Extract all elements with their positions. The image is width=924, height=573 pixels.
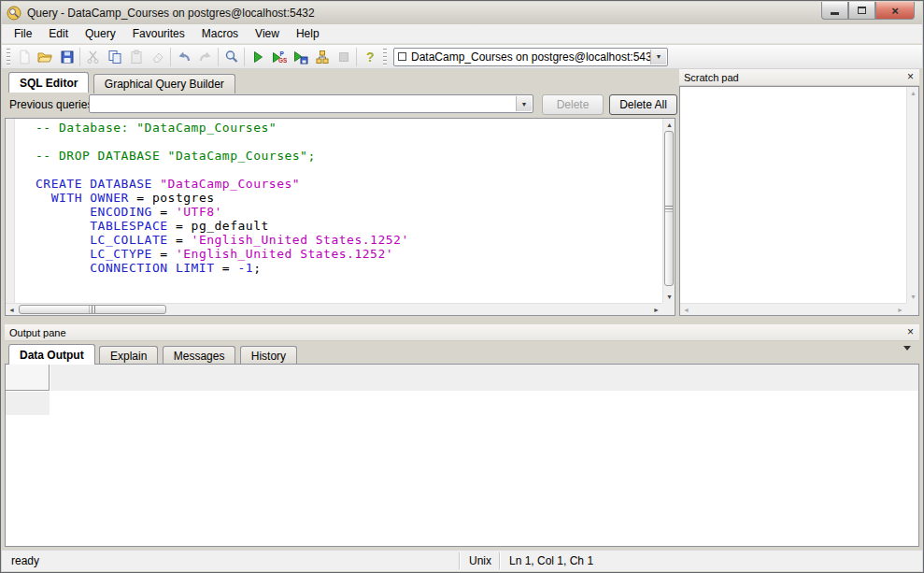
redo-button[interactable] — [194, 46, 216, 67]
new-file-button[interactable] — [13, 46, 35, 67]
menu-macros[interactable]: Macros — [193, 25, 247, 42]
thumb-grip — [90, 306, 96, 313]
svg-text:?: ? — [366, 50, 375, 64]
data-output-grid[interactable] — [5, 364, 919, 547]
cancel-query-button[interactable] — [333, 46, 354, 67]
delete-button[interactable]: Delete — [542, 94, 604, 115]
menu-edit[interactable]: Edit — [40, 25, 77, 42]
execute-to-file-button[interactable] — [290, 46, 311, 67]
scratch-pad-textarea[interactable]: ▲ ▼ ◄ ► — [679, 86, 919, 316]
undo-button[interactable] — [173, 46, 194, 67]
menu-view[interactable]: View — [247, 25, 288, 42]
find-button[interactable] — [220, 46, 242, 67]
previous-queries-row: Previous queries ▼ Delete Delete All — [5, 92, 675, 118]
maximize-button[interactable] — [848, 2, 875, 20]
status-text: ready — [11, 554, 39, 567]
scratchpad-vertical-scrollbar[interactable]: ▲ ▼ — [906, 87, 918, 303]
new-file-icon — [17, 50, 32, 64]
open-file-icon — [37, 50, 53, 64]
menu-query[interactable]: Query — [77, 25, 124, 42]
status-bar: ready Unix Ln 1, Col 1, Ch 1 — [2, 550, 922, 571]
menu-file[interactable]: File — [6, 25, 40, 42]
scratchpad-horizontal-scrollbar[interactable]: ◄ ► — [680, 303, 906, 315]
save-icon — [60, 50, 75, 64]
delete-all-button[interactable]: Delete All — [609, 94, 677, 115]
title-bar[interactable]: Query - DataCamp_Courses on postgres@loc… — [2, 2, 922, 24]
minimize-icon — [831, 12, 839, 15]
explain-query-button[interactable] — [311, 46, 333, 67]
status-separator — [499, 552, 500, 569]
close-icon[interactable]: × — [907, 325, 914, 338]
scrollbar-corner — [662, 303, 675, 315]
paste-button[interactable] — [125, 46, 147, 67]
toolbar-grip[interactable] — [7, 49, 10, 65]
toolbar-separator — [79, 48, 80, 66]
editor-tab-bar: SQL Editor Graphical Query Builder — [5, 69, 675, 92]
save-button[interactable] — [56, 46, 78, 67]
find-icon — [224, 50, 239, 64]
sql-code[interactable]: -- Database: "DataCamp_Courses" -- DROP … — [16, 121, 662, 303]
menu-bar: File Edit Query Favourites Macros View H… — [2, 24, 922, 44]
output-pane: Output pane × Data Output Explain Messag… — [5, 324, 919, 551]
close-button[interactable]: × — [875, 2, 915, 20]
sql-editor[interactable]: -- Database: "DataCamp_Courses" -- DROP … — [5, 118, 675, 316]
previous-queries-dropdown-button[interactable]: ▼ — [516, 96, 532, 111]
toolbar-separator — [356, 48, 357, 66]
toolbar-separator — [244, 48, 245, 66]
chevron-down-icon: ▼ — [656, 53, 662, 60]
previous-queries-combo[interactable]: ▼ — [89, 94, 533, 113]
execute-pgscript-button[interactable]: PGS — [268, 46, 290, 67]
execute-query-button[interactable] — [247, 46, 268, 67]
menu-favourites[interactable]: Favourites — [124, 25, 193, 42]
scroll-left-icon[interactable]: ◄ — [680, 304, 692, 316]
open-file-button[interactable] — [35, 46, 56, 67]
cut-icon — [86, 50, 101, 64]
window-title: Query - DataCamp_Courses on postgres@loc… — [27, 7, 315, 20]
editor-hscroll-thumb[interactable] — [19, 305, 166, 314]
clear-window-icon — [150, 50, 165, 64]
scroll-down-icon[interactable]: ▼ — [663, 291, 675, 303]
close-icon: × — [891, 5, 899, 17]
redo-icon — [198, 50, 213, 64]
tab-messages[interactable]: Messages — [163, 346, 236, 365]
copy-button[interactable] — [104, 46, 125, 67]
tab-history[interactable]: History — [240, 346, 297, 365]
tab-graphical-query-builder[interactable]: Graphical Query Builder — [93, 74, 235, 93]
editor-horizontal-scrollbar[interactable]: ◄ ► — [6, 303, 662, 315]
previous-queries-label: Previous queries — [9, 98, 92, 111]
scroll-up-icon[interactable]: ▲ — [907, 87, 919, 99]
scroll-right-icon[interactable]: ► — [894, 304, 906, 316]
grid-column-header — [50, 365, 918, 391]
editor-margin — [6, 119, 15, 303]
explain-query-icon — [315, 50, 330, 64]
scroll-down-icon[interactable]: ▼ — [907, 291, 919, 303]
line-ending-indicator: Unix — [469, 554, 491, 567]
tab-data-output[interactable]: Data Output — [8, 344, 95, 365]
output-pane-header: Output pane × — [5, 324, 919, 341]
toolbar-grip[interactable] — [383, 49, 387, 65]
tab-explain[interactable]: Explain — [99, 346, 158, 365]
output-pane-title: Output pane — [9, 327, 66, 338]
tab-sql-editor[interactable]: SQL Editor — [8, 72, 89, 93]
connection-selector[interactable]: DataCamp_Courses on postgres@localhost:5… — [393, 48, 668, 66]
connection-dropdown-button[interactable]: ▼ — [650, 50, 666, 64]
close-icon[interactable]: × — [907, 70, 914, 83]
cut-button[interactable] — [82, 46, 104, 67]
scroll-up-icon[interactable]: ▲ — [663, 119, 675, 131]
toolbar: PGS ? DataCamp_Courses on postgres@local… — [2, 45, 922, 69]
grid-corner-cell[interactable] — [6, 365, 50, 391]
scroll-right-icon[interactable]: ► — [650, 304, 662, 316]
undo-icon — [177, 50, 192, 64]
tab-list-icon[interactable] — [903, 351, 912, 364]
editor-vscroll-thumb[interactable] — [664, 131, 674, 286]
scroll-left-icon[interactable]: ◄ — [6, 304, 18, 316]
paste-icon — [129, 50, 144, 64]
menu-help[interactable]: Help — [288, 25, 328, 42]
editor-vertical-scrollbar[interactable]: ▲ ▼ — [662, 119, 675, 303]
svg-text:P: P — [280, 50, 285, 57]
minimize-button[interactable] — [821, 2, 848, 20]
clear-window-button[interactable] — [147, 46, 168, 67]
scratch-pad-pane: Scratch pad × ▲ ▼ ◄ ► — [679, 69, 919, 324]
help-button[interactable]: ? — [359, 46, 380, 67]
horizontal-splitter[interactable] — [1, 316, 923, 324]
